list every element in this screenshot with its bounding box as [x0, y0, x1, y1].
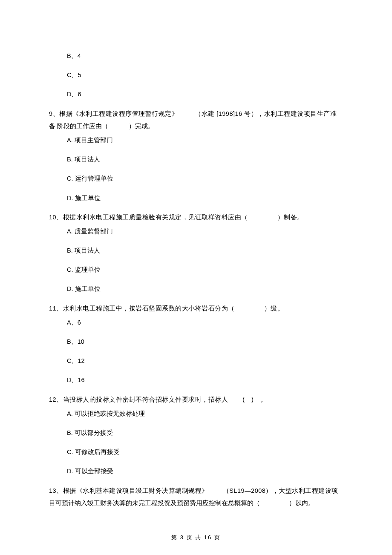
question-text: 备 阶段的工作应由（ [49, 123, 108, 129]
question-text: 、根据水利水电工程施工质量检验有关规定，见证取样资料应由（ [56, 214, 248, 221]
option-c: C、12 [67, 356, 343, 366]
option-a: A. 可以拒绝或按无效标处理 [67, 409, 343, 419]
question-text: 、根据《水利基本建设项目竣工财务决算编制规程》 [56, 487, 208, 494]
option-c: C、5 [67, 70, 343, 80]
option-a: A. 质量监督部门 [67, 227, 343, 236]
footer-total-pages: 16 [204, 534, 212, 541]
question-11: 11、水利水电工程施工中，按岩石坚固系数的大小将岩石分为（ ）级。 [49, 304, 343, 313]
option-d: D、16 [67, 375, 343, 385]
question-9-line2: 备 阶段的工作应由（ ）完成。 [49, 121, 343, 131]
question-text: 、当投标人的投标文件密封不符合招标文件要求时，招标人 [56, 396, 228, 403]
footer-post: 页 [214, 534, 221, 541]
question-text: ）以内。 [289, 500, 314, 506]
question-number: 9 [49, 110, 53, 117]
option-d: D、6 [67, 89, 343, 99]
question-text: ）级。 [264, 305, 284, 312]
question-number: 10 [49, 214, 56, 221]
question-text: ( ) 。 [242, 396, 267, 403]
option-b: B、10 [67, 337, 343, 347]
question-text: ）完成。 [129, 123, 154, 129]
question-ref: （SL19—2008），大型水利工程建设项 [223, 487, 338, 494]
option-a: A、6 [67, 318, 343, 328]
option-b: B. 可以部分接受 [67, 428, 343, 438]
option-c: C. 可修改后再接受 [67, 447, 343, 457]
footer-current-page: 3 [180, 534, 184, 541]
question-number: 13 [49, 487, 56, 494]
document-page: B、4 C、5 D、6 9、根据《水利工程建设程序管理暂行规定》 （水建 [19… [0, 0, 392, 555]
question-12: 12、当投标人的投标文件密封不符合招标文件要求时，招标人 ( ) 。 [49, 395, 343, 405]
question-10: 10、根据水利水电工程施工质量检验有关规定，见证取样资料应由（ ）制备。 [49, 213, 343, 222]
question-9: 9、根据《水利工程建设程序管理暂行规定》 （水建 [1998]16 号），水利工… [49, 109, 343, 119]
footer-pre: 第 [171, 534, 178, 541]
option-d: D. 施工单位 [67, 193, 343, 203]
q10-options: A. 质量监督部门 B. 项目法人 C. 监理单位 D. 施工单位 [67, 227, 343, 294]
option-b: B、4 [67, 51, 343, 61]
q9-options: A. 项目主管部门 B. 项目法人 C. 运行管理单位 D. 施工单位 [67, 135, 343, 203]
question-text: ）制备。 [277, 214, 304, 221]
page-footer: 第 3 页 共 16 页 [49, 533, 343, 542]
question-13: 13、根据《水利基本建设项目竣工财务决算编制规程》 （SL19—2008），大型… [49, 486, 343, 496]
option-b: B. 项目法人 [67, 155, 343, 164]
question-text: 、水利水电工程施工中，按岩石坚固系数的大小将岩石分为（ [56, 305, 235, 312]
question-text: 目可预计纳入竣工财务决算的未完工程投资及预留费用应控制在总概算的（ [49, 500, 260, 506]
option-c: C. 运行管理单位 [67, 174, 343, 184]
question-number: 11 [49, 305, 56, 312]
q12-options: A. 可以拒绝或按无效标处理 B. 可以部分接受 C. 可修改后再接受 D. 可… [67, 409, 343, 477]
question-ref: （水建 [1998]16 号），水利工程建设项目生产准 [195, 110, 337, 117]
option-b: B. 项目法人 [67, 246, 343, 256]
question-text: 、根据《水利工程建设程序管理暂行规定》 [53, 110, 179, 117]
footer-mid: 页 共 [187, 534, 202, 541]
option-d: D. 施工单位 [67, 284, 343, 294]
question-13-line2: 目可预计纳入竣工财务决算的未完工程投资及预留费用应控制在总概算的（ ）以内。 [49, 498, 343, 508]
q11-options: A、6 B、10 C、12 D、16 [67, 318, 343, 385]
orphan-option-block: B、4 C、5 D、6 [67, 51, 343, 100]
question-number: 12 [49, 396, 56, 403]
option-c: C. 监理单位 [67, 265, 343, 275]
option-d: D. 可以全部接受 [67, 466, 343, 476]
option-a: A. 项目主管部门 [67, 135, 343, 145]
